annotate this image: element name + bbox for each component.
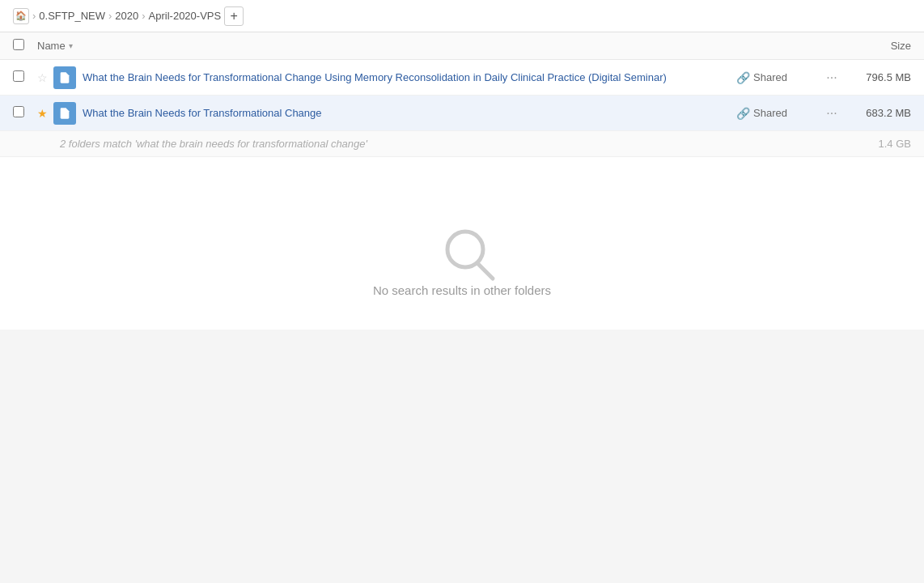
add-tab-button[interactable]: + — [224, 6, 244, 26]
breadcrumb-item-april[interactable]: April-2020-VPS — [149, 10, 222, 22]
breadcrumb-sep-1: › — [32, 10, 36, 22]
svg-line-1 — [478, 264, 493, 279]
file-name-2[interactable]: What the Brain Needs for Transformationa… — [83, 107, 736, 119]
svg-point-0 — [447, 232, 483, 267]
sort-icon: ▾ — [69, 41, 73, 50]
breadcrumb-bar: 🏠 › 0.SFTP_NEW › 2020 › April-2020-VPS + — [0, 0, 924, 32]
breadcrumb-sep-2: › — [108, 10, 112, 22]
row-checkbox-1[interactable] — [13, 70, 37, 84]
row-actions-2[interactable]: ··· — [817, 106, 846, 121]
match-info-text: 2 folders match 'what the brain needs fo… — [60, 138, 367, 150]
file-list-container: Name ▾ Size ☆ What the Brain Needs for T… — [0, 32, 924, 330]
empty-state-text: No search results in other folders — [373, 283, 551, 297]
home-icon[interactable]: 🏠 — [13, 8, 29, 24]
empty-search-icon — [438, 222, 486, 270]
star-icon-2[interactable]: ★ — [37, 107, 53, 120]
breadcrumb-item-sftp[interactable]: 0.SFTP_NEW — [39, 10, 105, 22]
file-icon-1 — [53, 66, 76, 89]
file-name-1[interactable]: What the Brain Needs for Transformationa… — [83, 71, 736, 83]
file-row: ☆ What the Brain Needs for Transformatio… — [0, 60, 924, 96]
row-checkbox-2[interactable] — [13, 106, 37, 120]
shared-label-1: 🔗 Shared — [736, 71, 817, 84]
column-size-header: Size — [830, 40, 911, 52]
file-size-1: 796.5 MB — [846, 71, 911, 83]
breadcrumb-item-2020[interactable]: 2020 — [115, 10, 138, 22]
match-info-size: 1.4 GB — [879, 138, 911, 150]
star-icon-1[interactable]: ☆ — [37, 71, 53, 84]
match-info-row: 2 folders match 'what the brain needs fo… — [0, 131, 924, 157]
empty-state: No search results in other folders — [0, 157, 924, 330]
link-icon-1: 🔗 — [736, 71, 750, 84]
link-icon-2: 🔗 — [736, 107, 750, 120]
breadcrumb-sep-3: › — [142, 10, 145, 22]
file-size-2: 683.2 MB — [846, 107, 911, 119]
header-checkbox-col — [13, 39, 37, 53]
list-header: Name ▾ Size — [0, 32, 924, 60]
file-icon-2 — [53, 102, 76, 125]
row-actions-1[interactable]: ··· — [817, 70, 846, 85]
column-name-header[interactable]: Name ▾ — [37, 40, 830, 52]
file-row: ★ What the Brain Needs for Transformatio… — [0, 96, 924, 131]
select-all-checkbox[interactable] — [13, 39, 24, 50]
shared-label-2: 🔗 Shared — [736, 107, 817, 120]
